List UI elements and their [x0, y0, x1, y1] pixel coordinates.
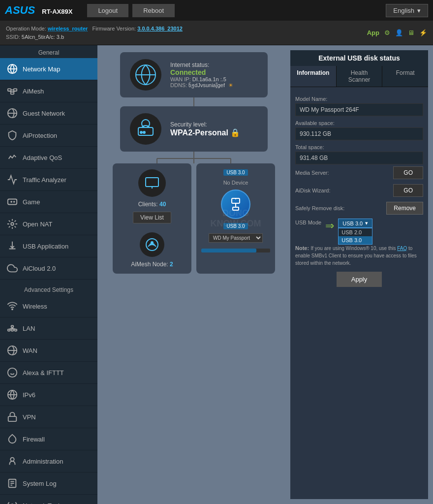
svg-rect-2 [8, 89, 11, 91]
remove-disk-button[interactable]: Remove [386, 202, 423, 215]
sidebar-item-wan[interactable]: WAN [0, 340, 97, 362]
sidebar-item-network-tools[interactable]: Network Tools [0, 495, 97, 504]
safely-remove-label: Safely Remove disk: [295, 205, 344, 211]
sidebar-item-aimesh[interactable]: AiMesh [0, 80, 97, 102]
usb-mode-dropdown[interactable]: USB 3.0 ▾ [338, 219, 372, 228]
router-info: Security level: WPA2-Personal 🔒 [170, 121, 240, 137]
safely-remove-row: Safely Remove disk: Remove [295, 202, 423, 215]
firewall-icon [6, 433, 19, 445]
sidebar-item-open-nat[interactable]: Open NAT [0, 213, 97, 235]
sidebar-item-vpn[interactable]: VPN [0, 406, 97, 428]
ipv6-icon [6, 388, 19, 401]
view-list-button[interactable]: View List [133, 212, 171, 223]
sidebar-label-aicloud: AiCloud 2.0 [23, 265, 56, 272]
firmware-value: 3.0.0.4.386_23012 [137, 26, 183, 32]
sidebar-item-system-log[interactable]: System Log [0, 472, 97, 495]
sidebar-item-alexa[interactable]: Alexa & IFTTT [0, 362, 97, 384]
sidebar-item-traffic-analyzer[interactable]: Traffic Analyzer [0, 169, 97, 191]
reboot-button[interactable]: Reboot [132, 4, 175, 17]
sidebar-item-ipv6[interactable]: IPv6 [0, 384, 97, 406]
usb-device-select[interactable]: WD My Passport [209, 233, 263, 243]
sidebar-item-usb-application[interactable]: USB Application [0, 235, 97, 257]
connector-branch [120, 152, 268, 163]
vpn-icon [6, 410, 19, 423]
sidebar-item-lan[interactable]: LAN [0, 317, 97, 340]
app-label: App [367, 29, 379, 36]
monitor-icon[interactable]: 🖥 [408, 29, 414, 36]
ddns-line: DDNS: ნჟdJvsuniaj̃gef ☀ [170, 82, 233, 89]
aimesh-icon [6, 85, 19, 97]
internet-box: Internet status: Connected WAN IP: DI.1a… [120, 52, 268, 97]
sidebar-item-firewall[interactable]: Firewall [0, 428, 97, 450]
administration-icon [6, 455, 19, 468]
usb-option-usb30[interactable]: USB 3.0 [339, 236, 372, 244]
media-server-label: Media Server: [295, 170, 329, 176]
usb-icon[interactable]: ⚡ [419, 29, 427, 36]
panel-tabs: Information HealthScanner Format [290, 66, 428, 87]
svg-point-15 [12, 309, 13, 310]
sidebar-item-adaptive-qos[interactable]: Adaptive QoS [0, 147, 97, 169]
info-bar: Operation Mode: wireless_router Firmware… [0, 21, 433, 45]
system-log-icon [6, 477, 19, 490]
svg-point-13 [14, 201, 15, 202]
usb-option-usb20[interactable]: USB 2.0 [339, 228, 372, 236]
ssid-label: SSID: [6, 34, 22, 40]
wan-icon [6, 344, 19, 357]
panel-body: Model Name: WD My Passport 264F Availabl… [290, 87, 428, 499]
sidebar-item-administration[interactable]: Administration [0, 450, 97, 472]
sidebar-label-aimesh: AiMesh [23, 88, 44, 95]
tab-format[interactable]: Format [382, 66, 428, 87]
aicloud-icon [6, 262, 19, 275]
note-section: Note: If you are using Windows® 10, use … [295, 245, 423, 267]
sidebar-label-network-map: Network Map [23, 65, 61, 73]
logout-button[interactable]: Logout [87, 4, 128, 17]
lang-label: English [393, 7, 414, 14]
language-button[interactable]: English ▾ [386, 4, 428, 17]
clients-icon [138, 169, 166, 197]
svg-rect-19 [11, 326, 14, 328]
sidebar-label-game: Game [23, 198, 40, 206]
sidebar-label-traffic-analyzer: Traffic Analyzer [23, 176, 66, 184]
tab-information[interactable]: Information [290, 66, 337, 87]
media-server-row: Media Server: GO [295, 166, 423, 179]
wireless-icon [6, 300, 19, 313]
general-section-label: General [0, 45, 97, 58]
sidebar-item-guest-network[interactable]: Guest Network [0, 102, 97, 125]
main-layout: General Network Map AiMesh Guest Network… [0, 45, 433, 504]
traffic-analyzer-icon [6, 173, 19, 186]
security-value: WPA2-Personal 🔒 [170, 128, 240, 137]
external-usb-panel: External USB disk status Information Hea… [290, 50, 428, 499]
sidebar-item-wireless[interactable]: Wireless [0, 295, 97, 317]
sidebar-item-aicloud[interactable]: AiCloud 2.0 [0, 257, 97, 280]
aidisk-go-button[interactable]: GO [393, 184, 423, 197]
sidebar-item-network-map[interactable]: Network Map [0, 58, 97, 80]
user-icon[interactable]: 👤 [395, 29, 403, 36]
advanced-section-label: Advanced Settings [0, 283, 97, 295]
weather-icon: ☀ [228, 82, 233, 88]
sidebar-item-game[interactable]: Game [0, 191, 97, 213]
aidisk-row: AiDisk Wizard: GO [295, 184, 423, 197]
operation-mode-info: Operation Mode: wireless_router Firmware… [6, 25, 183, 41]
sidebar-label-administration: Administration [23, 458, 63, 465]
alexa-icon [6, 366, 19, 379]
sidebar-label-wan: WAN [23, 347, 37, 354]
media-server-go-button[interactable]: GO [393, 166, 423, 179]
svg-rect-16 [8, 329, 10, 331]
gear-icon[interactable]: ⚙ [384, 29, 390, 36]
apply-button[interactable]: Apply [337, 272, 382, 287]
ssid-value: 5Alcn_5tirA/c: 3.b [22, 34, 64, 40]
note-label: Note: [295, 245, 309, 251]
clients-label: Clients: 40 [138, 201, 166, 208]
guest-network-icon [6, 107, 19, 120]
faq-link[interactable]: FAQ [397, 246, 407, 251]
svg-rect-47 [146, 178, 158, 187]
tab-health-scanner[interactable]: HealthScanner [337, 66, 383, 87]
sidebar-item-aiprotection[interactable]: AiProtection [0, 125, 97, 147]
svg-rect-53 [233, 207, 239, 210]
sidebar-label-alexa: Alexa & IFTTT [23, 369, 64, 377]
aimesh-label: AiMesh Node: 2 [131, 261, 173, 268]
aimesh-icon-area [140, 232, 164, 257]
security-label: Security level: [170, 121, 240, 128]
sidebar-label-network-tools: Network Tools [23, 502, 62, 504]
internet-status-label: Internet status: [170, 62, 233, 68]
